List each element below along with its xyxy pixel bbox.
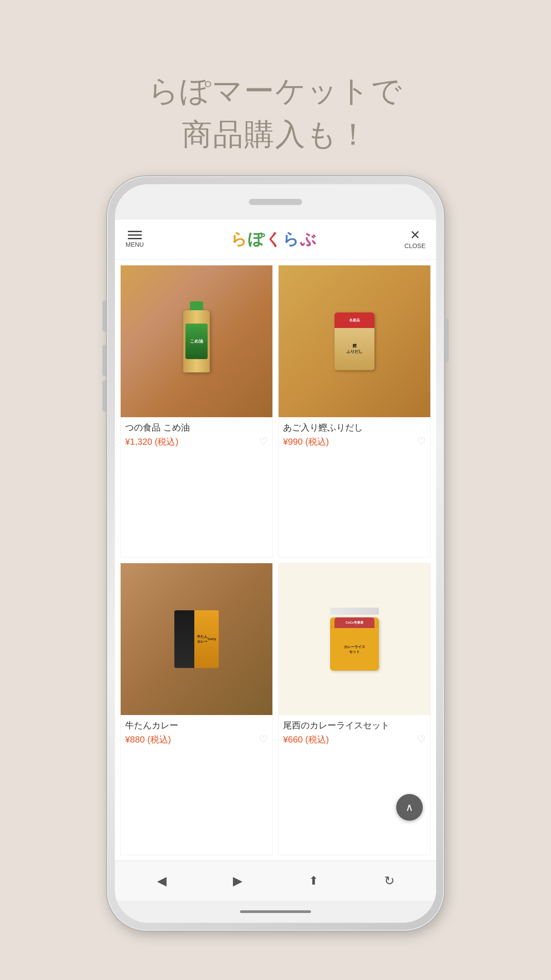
product-grid: こめ油 つの食品 こめ油 ¥1,320 (税込) ♡	[115, 260, 436, 861]
product-info-2: あご入り鰹ふりだし ¥990 (税込) ♡	[279, 417, 430, 450]
forward-button[interactable]: ▶	[224, 867, 251, 894]
page-title-area: らぽマーケットで 商品購入も！	[148, 36, 403, 154]
close-label: CLOSE	[405, 242, 425, 249]
share-button[interactable]: ⬆	[300, 867, 327, 894]
heart-icon-1[interactable]: ♡	[259, 436, 268, 447]
product-name-1: つの食品 こめ油	[125, 422, 268, 433]
close-x-icon: ✕	[410, 229, 420, 241]
product-card-3[interactable]: 牛たんカレーCurry 牛たんカレー ¥880 (税込) ♡	[120, 563, 273, 855]
phone-home-bar	[115, 901, 436, 923]
product-image-3: 牛たんカレーCurry	[121, 563, 272, 715]
hamburger-icon	[128, 231, 142, 239]
product-price-row-2: ¥990 (税込) ♡	[283, 436, 426, 448]
product-price-4: ¥660 (税込)	[283, 734, 329, 746]
product-info-1: つの食品 こめ油 ¥1,320 (税込) ♡	[121, 417, 272, 450]
product-card-1[interactable]: こめ油 つの食品 こめ油 ¥1,320 (税込) ♡	[120, 265, 273, 557]
speaker	[249, 199, 302, 205]
product-name-4: 尾西のカレーライスセット	[283, 719, 426, 731]
phone-screen: MENU らぽくらぶ ✕ CLOSE	[115, 220, 436, 901]
phone-inner: MENU らぽくらぶ ✕ CLOSE	[115, 184, 436, 923]
home-bar-indicator	[240, 910, 311, 913]
refresh-icon: ↻	[384, 873, 394, 888]
back-icon: ◀	[157, 873, 167, 888]
app-header: MENU らぽくらぶ ✕ CLOSE	[115, 220, 436, 260]
product-image-1: こめ油	[121, 265, 272, 417]
title-line-1: らぽマーケットで	[148, 71, 403, 110]
title-line-2: 商品購入も！	[148, 115, 403, 154]
product-info-3: 牛たんカレー ¥880 (税込) ♡	[121, 715, 272, 748]
phone-frame: MENU らぽくらぶ ✕ CLOSE	[107, 176, 444, 931]
heart-icon-3[interactable]: ♡	[259, 734, 268, 745]
app-logo: らぽくらぶ	[231, 229, 317, 250]
product-name-2: あご入り鰹ふりだし	[283, 422, 426, 433]
forward-icon: ▶	[233, 873, 243, 888]
menu-button[interactable]: MENU	[126, 231, 144, 248]
product-price-3: ¥880 (税込)	[125, 734, 171, 746]
back-button[interactable]: ◀	[149, 867, 175, 894]
product-price-1: ¥1,320 (税込)	[125, 436, 178, 448]
product-price-row-4: ¥660 (税込) ♡	[283, 734, 426, 746]
product-price-row-1: ¥1,320 (税込) ♡	[125, 436, 268, 448]
bottom-nav: ◀ ▶ ⬆ ↻	[115, 861, 436, 901]
close-button[interactable]: ✕ CLOSE	[405, 229, 425, 249]
menu-label: MENU	[126, 241, 144, 248]
refresh-button[interactable]: ↻	[376, 867, 403, 894]
product-image-4: CoCo壱番屋 カレーライスセット	[279, 563, 430, 715]
product-card-2[interactable]: 名産品 鰹ふりだし あご入り鰹ふりだし ¥990 (税込) ♡	[278, 265, 431, 557]
scroll-top-button[interactable]: ∧	[396, 794, 423, 821]
heart-icon-2[interactable]: ♡	[417, 436, 426, 447]
phone-top	[115, 184, 436, 220]
product-info-4: 尾西のカレーライスセット ¥660 (税込) ♡	[279, 715, 430, 748]
product-image-2: 名産品 鰹ふりだし	[279, 265, 430, 417]
product-price-row-3: ¥880 (税込) ♡	[125, 734, 268, 746]
share-icon: ⬆	[309, 874, 319, 888]
product-name-3: 牛たんカレー	[125, 719, 268, 731]
heart-icon-4[interactable]: ♡	[417, 734, 426, 745]
product-price-2: ¥990 (税込)	[283, 436, 329, 448]
